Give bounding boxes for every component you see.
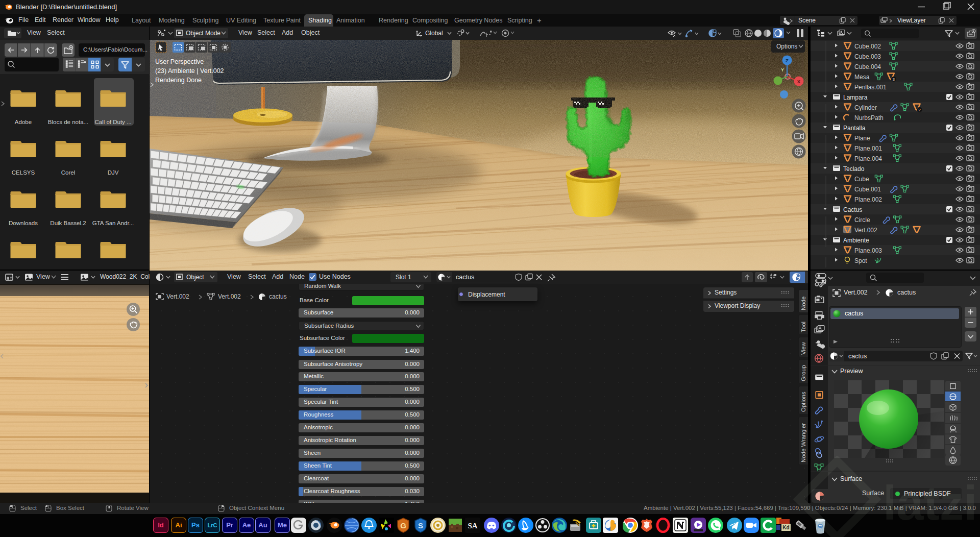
svg-text:3: 3 [893,77,895,82]
svg-text:NurbsPath: NurbsPath [854,114,884,121]
svg-text:Cube.003: Cube.003 [854,53,881,60]
svg-text:Pantalla: Pantalla [843,125,866,132]
svg-text:Duik Bassel.2: Duik Bassel.2 [50,220,86,226]
svg-text:Corel: Corel [61,169,75,176]
svg-text:Downloads: Downloads [9,220,38,226]
svg-text:GTA San Andr...: GTA San Andr... [92,220,134,226]
svg-text:Blocs de nota...: Blocs de nota... [48,119,88,125]
svg-text:DJV: DJV [108,169,119,176]
svg-text:Global: Global [425,30,443,37]
svg-text:Perillas.001: Perillas.001 [854,84,887,91]
svg-text:Spot: Spot [854,257,867,264]
svg-text:Cylinder: Cylinder [854,104,877,111]
svg-text:Cactus: Cactus [843,206,862,213]
svg-text:X: X [797,79,801,84]
svg-text:2: 2 [918,108,921,112]
svg-text:Ambiente: Ambiente [843,237,869,244]
svg-text:Circle: Circle [854,216,870,224]
svg-text:Call of Duty ...: Call of Duty ... [94,119,131,125]
svg-text:G: G [400,521,406,530]
svg-text:Plane.001: Plane.001 [854,145,882,152]
svg-text:Plane.002: Plane.002 [854,196,882,203]
svg-text:Cube.001: Cube.001 [854,186,881,193]
svg-text:(23) Ambiente | Vert.002: (23) Ambiente | Vert.002 [155,67,224,75]
svg-text:Y: Y [781,67,784,72]
svg-text:Teclado: Teclado [843,165,865,173]
svg-text:Adobe: Adobe [15,119,32,125]
svg-text:Mesa: Mesa [854,74,870,81]
svg-text:SA: SA [468,522,477,530]
svg-text:Z: Z [786,58,789,63]
svg-text:Cube: Cube [854,176,869,183]
svg-text:CELSYS: CELSYS [12,169,35,176]
svg-text:Plane: Plane [854,135,870,142]
svg-text:Kd: Kd [782,525,789,530]
svg-text:Plane.004: Plane.004 [854,155,882,162]
svg-text:Options: Options [776,43,797,50]
svg-text:Rendering Done: Rendering Done [155,77,202,84]
svg-text:Vert.002: Vert.002 [854,227,877,234]
svg-text:User Perspective: User Perspective [155,58,204,65]
svg-text:Cube.004: Cube.004 [854,63,881,70]
svg-text:Lampara: Lampara [843,94,868,101]
svg-text:Plane.003: Plane.003 [854,247,882,254]
svg-text:S: S [418,521,423,530]
svg-text:Cube.002: Cube.002 [854,43,881,50]
